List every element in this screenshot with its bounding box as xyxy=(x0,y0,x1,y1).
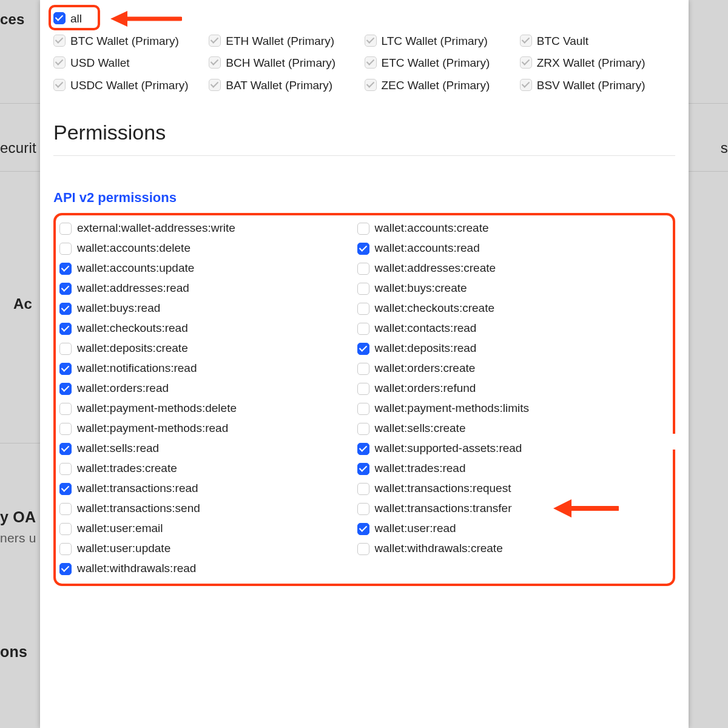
checkbox[interactable] xyxy=(357,403,369,415)
checkbox[interactable] xyxy=(59,403,72,415)
permission-item[interactable]: wallet:withdrawals:create xyxy=(357,542,649,555)
checkbox[interactable] xyxy=(357,443,369,455)
checkbox[interactable] xyxy=(209,56,221,69)
checkbox[interactable] xyxy=(357,243,369,255)
checkbox[interactable] xyxy=(357,463,369,475)
permission-label: wallet:accounts:read xyxy=(375,241,480,255)
permission-item[interactable]: wallet:buys:create xyxy=(357,281,649,295)
checkbox[interactable] xyxy=(357,323,369,335)
checkbox[interactable] xyxy=(357,343,369,355)
checkbox-all[interactable] xyxy=(53,12,66,24)
permission-item[interactable]: wallet:accounts:delete xyxy=(59,241,351,255)
permission-item[interactable]: wallet:user:email xyxy=(59,522,351,535)
checkbox[interactable] xyxy=(357,503,369,515)
permission-item[interactable]: wallet:deposits:read xyxy=(357,342,649,355)
permission-item[interactable]: wallet:withdrawals:read xyxy=(59,562,351,575)
account-item[interactable]: ETC Wallet (Primary) xyxy=(365,55,520,72)
checkbox[interactable] xyxy=(59,423,72,435)
account-item[interactable]: LTC Wallet (Primary) xyxy=(365,33,520,50)
account-item[interactable]: ZEC Wallet (Primary) xyxy=(365,78,520,94)
account-item[interactable]: BTC Vault xyxy=(520,33,675,50)
permissions-heading: Permissions xyxy=(53,121,675,144)
permission-item[interactable]: wallet:deposits:create xyxy=(59,342,351,355)
account-item[interactable]: USDC Wallet (Primary) xyxy=(53,78,209,94)
checkbox[interactable] xyxy=(53,35,66,47)
account-item[interactable]: BSV Wallet (Primary) xyxy=(520,78,675,94)
checkbox[interactable] xyxy=(357,303,369,315)
account-item[interactable]: ETH Wallet (Primary) xyxy=(209,33,364,50)
checkbox[interactable] xyxy=(357,523,369,535)
checkbox[interactable] xyxy=(209,35,221,47)
permission-item[interactable]: wallet:transactions:request xyxy=(357,482,649,495)
checkbox[interactable] xyxy=(59,483,72,495)
checkbox[interactable] xyxy=(59,383,72,395)
permission-item[interactable]: wallet:accounts:create xyxy=(357,221,649,235)
checkbox[interactable] xyxy=(520,56,532,69)
permission-item[interactable]: wallet:accounts:update xyxy=(59,261,351,275)
checkbox[interactable] xyxy=(59,363,72,375)
permission-item[interactable]: wallet:orders:create xyxy=(357,362,649,375)
checkbox[interactable] xyxy=(59,303,72,315)
checkbox[interactable] xyxy=(59,563,72,575)
checkbox[interactable] xyxy=(357,543,369,555)
account-item[interactable]: BAT Wallet (Primary) xyxy=(209,78,364,94)
checkbox[interactable] xyxy=(59,343,72,355)
checkbox[interactable] xyxy=(59,223,72,235)
permission-item[interactable]: wallet:contacts:read xyxy=(357,322,649,335)
permission-item[interactable]: wallet:payment-methods:read xyxy=(59,422,351,435)
permission-item[interactable]: wallet:notifications:read xyxy=(59,362,351,375)
permission-item[interactable]: wallet:supported-assets:read xyxy=(357,442,649,455)
checkbox[interactable] xyxy=(59,283,72,295)
checkbox[interactable] xyxy=(59,243,72,255)
checkbox[interactable] xyxy=(520,79,532,91)
checkbox[interactable] xyxy=(53,79,66,91)
permission-item[interactable]: external:wallet-addresses:write xyxy=(59,221,351,235)
permission-item[interactable]: wallet:orders:refund xyxy=(357,382,649,395)
checkbox[interactable] xyxy=(59,323,72,335)
permission-item[interactable]: wallet:checkouts:read xyxy=(59,322,351,335)
permission-item[interactable]: wallet:buys:read xyxy=(59,302,351,315)
permission-item[interactable]: wallet:addresses:create xyxy=(357,261,649,275)
checkbox[interactable] xyxy=(520,35,532,47)
checkbox[interactable] xyxy=(357,283,369,295)
account-label: BAT Wallet (Primary) xyxy=(226,78,332,94)
permission-item[interactable]: wallet:sells:read xyxy=(59,442,351,455)
permission-item[interactable]: wallet:transactions:read xyxy=(59,482,351,495)
account-item[interactable]: ZRX Wallet (Primary) xyxy=(520,55,675,72)
bg-divider xyxy=(0,443,40,443)
checkbox[interactable] xyxy=(365,79,377,91)
permission-item[interactable]: wallet:user:update xyxy=(59,542,351,555)
checkbox[interactable] xyxy=(365,35,377,47)
permission-label: wallet:deposits:read xyxy=(375,342,477,355)
permission-label: wallet:user:read xyxy=(375,522,456,535)
permission-item[interactable]: wallet:checkouts:create xyxy=(357,302,649,315)
permission-item[interactable]: wallet:sells:create xyxy=(357,422,649,435)
permission-item[interactable]: wallet:trades:read xyxy=(357,462,649,475)
checkbox[interactable] xyxy=(357,423,369,435)
account-item[interactable]: BTC Wallet (Primary) xyxy=(53,33,209,50)
permission-item[interactable]: wallet:payment-methods:delete xyxy=(59,402,351,415)
checkbox[interactable] xyxy=(357,223,369,235)
checkbox[interactable] xyxy=(59,443,72,455)
checkbox[interactable] xyxy=(357,363,369,375)
checkbox[interactable] xyxy=(357,483,369,495)
checkbox[interactable] xyxy=(357,263,369,275)
account-item[interactable]: USD Wallet xyxy=(53,55,209,72)
checkbox[interactable] xyxy=(357,383,369,395)
account-item[interactable]: BCH Wallet (Primary) xyxy=(209,55,364,72)
checkbox[interactable] xyxy=(59,543,72,555)
checkbox[interactable] xyxy=(59,263,72,275)
checkbox[interactable] xyxy=(59,503,72,515)
checkbox[interactable] xyxy=(365,56,377,69)
checkbox[interactable] xyxy=(53,56,66,69)
permission-item[interactable]: wallet:orders:read xyxy=(59,382,351,395)
permission-item[interactable]: wallet:user:read xyxy=(357,522,649,535)
permission-item[interactable]: wallet:trades:create xyxy=(59,462,351,475)
permission-item[interactable]: wallet:payment-methods:limits xyxy=(357,402,649,415)
checkbox[interactable] xyxy=(59,523,72,535)
checkbox[interactable] xyxy=(59,463,72,475)
permission-item[interactable]: wallet:transactions:send xyxy=(59,502,351,515)
checkbox[interactable] xyxy=(209,79,221,91)
permission-item[interactable]: wallet:addresses:read xyxy=(59,281,351,295)
permission-item[interactable]: wallet:accounts:read xyxy=(357,241,649,255)
